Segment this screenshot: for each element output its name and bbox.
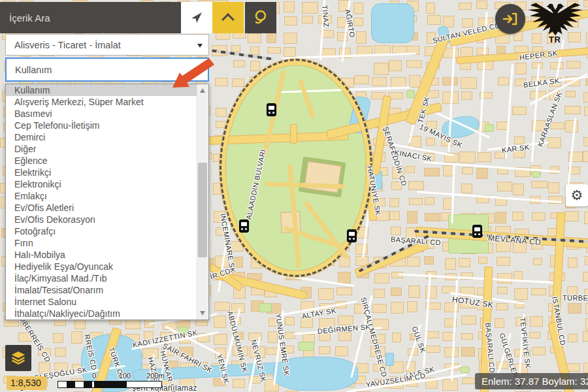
building [374,63,389,75]
building [389,211,400,220]
building [583,272,588,281]
building [512,106,527,115]
dropdown-option[interactable]: İlaç/Kimyasal Mad./Tıb [6,272,208,284]
building [372,77,387,86]
scroll-down-arrow-icon[interactable] [200,311,205,316]
tram-stop-icon[interactable] [267,103,276,116]
building [424,168,440,176]
dropdown-option[interactable]: Ev/Ofis Aletleri [6,202,208,214]
building [532,212,546,221]
building [216,108,227,117]
building [353,3,363,15]
building [250,46,259,56]
chevron-up-icon [221,13,235,26]
building [495,212,506,223]
dropdown-option[interactable]: Cep Telefonu-İletişim [6,120,208,131]
building [392,333,401,342]
building [285,317,295,325]
building [497,287,508,293]
building [462,18,473,28]
scale-bar-segment [94,382,127,387]
building [338,332,351,340]
building [462,378,474,384]
scrollbar-thumb[interactable] [198,163,207,257]
building [476,1,487,9]
dropdown-option[interactable]: Elektronikçi [6,178,208,190]
tram-stop-icon[interactable] [347,229,357,242]
dropdown-option[interactable]: Fotoğrafçı [6,225,208,237]
building [584,106,588,116]
layers-button[interactable] [5,345,31,371]
building [74,319,86,329]
dropdown-option[interactable]: Alışveriş Merkezi, Süper Market [6,96,208,108]
green-area [460,367,470,373]
building [250,61,260,71]
dropdown-option[interactable]: İthalatçı/Nakliyeci/Dağıtım [6,308,208,319]
dropdown-option[interactable]: Basımevi [6,108,208,120]
tram-stop-icon[interactable] [472,225,482,238]
scale-bar: 0100200m [57,381,162,388]
building [445,258,456,270]
building [495,318,504,328]
building [406,166,415,173]
dropdown-option[interactable]: Diğer [6,143,208,155]
building [459,3,471,10]
building [425,213,440,221]
dropdown-option[interactable]: Elektrikçi [6,167,208,178]
usage-select[interactable]: Kullanım [5,57,209,82]
building [568,257,578,268]
dropdown-scrollbar[interactable] [197,84,208,319]
dropdown-option[interactable]: Emlakçı [6,190,208,202]
scroll-up-arrow-icon[interactable] [200,88,205,93]
building [497,46,506,53]
building [374,289,385,299]
login-button[interactable] [495,4,525,34]
dropdown-option[interactable]: Ev/Ofis Dekorasyon [6,214,208,225]
building [498,77,509,86]
building [267,47,281,54]
building [583,331,588,341]
building [374,273,389,284]
green-area [532,171,540,178]
dropdown-option[interactable]: Kullanım [6,84,208,96]
dropdown-option[interactable]: Fırın [6,237,208,249]
building [547,137,561,148]
building [425,197,434,204]
search-input[interactable] [0,12,167,24]
building [408,181,424,190]
dropdown-option[interactable]: İnternet Salonu [6,296,208,308]
locate-button[interactable] [181,2,212,33]
marker-tool-button[interactable] [245,2,276,33]
building [461,91,472,99]
dropdown-option[interactable]: Eğlence [6,155,208,167]
dropdown-option[interactable]: İmalat/Tesisat/Onarım [6,284,208,296]
building [564,211,579,221]
building [442,379,458,391]
building [550,122,564,129]
building [512,212,523,221]
building [248,33,261,43]
building [389,198,399,207]
building [284,47,296,57]
building [461,347,475,356]
q-marker-icon [253,9,269,26]
navigation-arrow-icon [190,11,203,24]
building [356,31,367,44]
collapse-panel-button[interactable] [212,2,244,33]
building [497,257,510,266]
logo-caption: TR [549,35,561,44]
building [548,182,559,193]
dropdown-option[interactable]: Hediyelik Eşya/Oyuncak [6,261,208,272]
building [584,212,588,224]
building [564,106,580,115]
dropdown-option[interactable]: Halı-Mobilya [6,249,208,261]
building [461,316,476,325]
category-select[interactable]: Alisveris - Ticaret - İmalat [5,34,209,56]
dropdown-option[interactable]: Demirci [6,131,208,143]
building [532,347,546,355]
building [583,363,588,373]
tram-stop-icon[interactable] [239,220,249,233]
building [407,301,417,312]
settings-button[interactable]: ⚙ [566,184,588,206]
building [408,286,420,297]
